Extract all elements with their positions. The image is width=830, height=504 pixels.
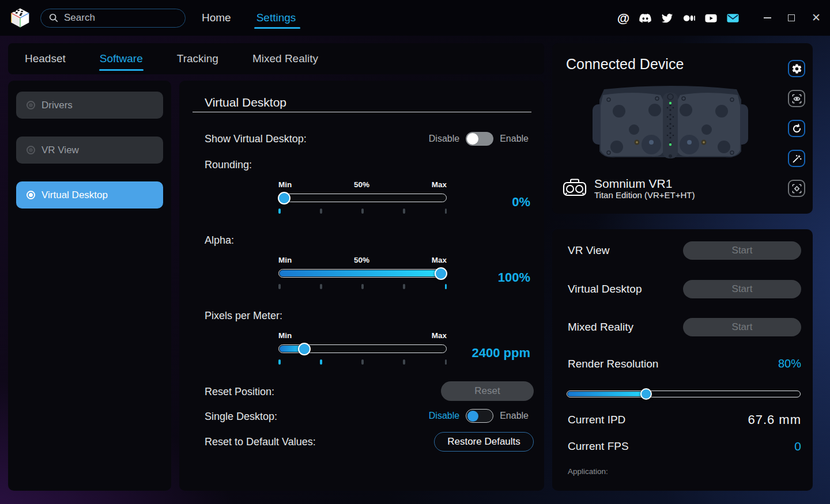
ppm-value: 2400 ppm <box>472 346 531 361</box>
slider-track[interactable] <box>278 194 447 202</box>
mixed-reality-start-button[interactable]: Start <box>683 318 801 336</box>
search-input[interactable]: Search <box>40 9 186 28</box>
tab-headset[interactable]: Headset <box>25 44 66 74</box>
slider-tick <box>278 359 281 365</box>
search-icon <box>48 13 59 23</box>
mid-label: 50% <box>354 256 369 264</box>
minimize-icon[interactable] <box>764 17 771 18</box>
sidebar-item-drivers[interactable]: Drivers <box>16 92 163 119</box>
device-identity: Somnium VR1 Titan Edition (VR+ET+HT) <box>563 177 695 200</box>
device-tool-buttons <box>788 60 805 197</box>
single-desktop-toggle[interactable] <box>466 409 493 423</box>
social-links: @ <box>617 12 740 25</box>
slider-tick <box>320 284 322 289</box>
current-ipd-row: Current IPD 67.6 mm <box>568 412 801 427</box>
slider-knob[interactable] <box>435 267 447 280</box>
slider-tick <box>320 209 322 214</box>
slider-scale-labels: Min 50% Max <box>278 180 447 189</box>
slider-track[interactable] <box>278 269 447 278</box>
settings-tabs: Headset Software Tracking Mixed Reality <box>8 43 544 74</box>
device-name: Somnium VR1 <box>594 177 695 190</box>
show-virtual-desktop-toggle[interactable] <box>466 132 493 146</box>
toggle-knob <box>467 411 478 422</box>
eye-tracking-icon[interactable] <box>788 90 805 107</box>
enable-label: Enable <box>500 134 529 144</box>
email-icon[interactable] <box>726 12 740 25</box>
slider-knob[interactable] <box>298 343 311 355</box>
slider-tick <box>445 284 447 289</box>
sidebar-item-label: VR View <box>42 145 79 156</box>
maximize-icon[interactable] <box>788 14 795 21</box>
current-fps-row: Current FPS 0 <box>568 439 801 453</box>
min-label: Min <box>278 180 292 189</box>
render-resolution-slider <box>567 391 801 397</box>
radio-icon <box>27 146 35 154</box>
mixed-reality-row: Mixed Reality Start <box>568 318 801 336</box>
mid-label: 50% <box>354 180 369 189</box>
slider-tick <box>445 209 447 214</box>
tab-software[interactable]: Software <box>100 44 143 74</box>
vr-view-start-button[interactable]: Start <box>683 241 801 260</box>
tab-tracking[interactable]: Tracking <box>177 44 218 74</box>
application-label: Application: <box>568 467 608 476</box>
current-fps-value: 0 <box>794 439 801 453</box>
show-virtual-desktop-label: Show Virtual Desktop: <box>205 133 307 145</box>
discord-icon[interactable] <box>639 12 652 25</box>
single-desktop-control: Disable Enable <box>429 409 529 423</box>
slider-tick <box>403 284 405 289</box>
medium-icon[interactable] <box>682 12 696 25</box>
show-virtual-desktop-control: Disable Enable <box>429 132 529 146</box>
close-icon[interactable]: ✕ <box>812 14 821 22</box>
calibration-target-icon[interactable] <box>788 180 805 197</box>
current-fps-label: Current FPS <box>568 440 629 453</box>
restart-icon[interactable] <box>788 120 805 137</box>
slider-track[interactable] <box>278 344 447 353</box>
single-desktop-label: Single Desktop: <box>205 411 277 423</box>
sidebar-item-label: Virtual Desktop <box>42 190 108 201</box>
disable-label: Disable <box>429 411 459 421</box>
slider-knob[interactable] <box>640 388 652 400</box>
restore-defaults-button[interactable]: Restore Defaults <box>434 432 534 452</box>
headset-image <box>581 82 760 175</box>
slider-fill <box>280 270 447 276</box>
vr-view-row: VR View Start <box>568 241 801 260</box>
slider-tick <box>361 209 364 214</box>
twitter-icon[interactable] <box>661 12 674 25</box>
toggle-knob <box>467 133 478 145</box>
somnium-at-icon[interactable]: @ <box>617 12 630 25</box>
device-edition: Titan Edition (VR+ET+HT) <box>594 190 695 200</box>
slider-tick <box>320 359 322 365</box>
enable-label: Enable <box>500 411 529 421</box>
youtube-icon[interactable] <box>704 12 718 25</box>
reset-button[interactable]: Reset <box>441 381 534 401</box>
search-placeholder: Search <box>64 12 95 24</box>
virtual-desktop-label: Virtual Desktop <box>568 283 642 295</box>
slider-ticks <box>278 284 447 289</box>
alpha-label: Alpha: <box>205 234 234 247</box>
disable-label: Disable <box>429 134 459 144</box>
max-label: Max <box>432 180 447 189</box>
virtual-desktop-settings-panel: Virtual Desktop Show Virtual Desktop: Di… <box>179 81 544 491</box>
alpha-slider: Min 50% Max <box>278 256 447 289</box>
title-divider <box>193 112 531 112</box>
sidebar-item-vr-view[interactable]: VR View <box>16 137 163 164</box>
slider-track[interactable] <box>567 391 801 397</box>
nav-settings[interactable]: Settings <box>255 1 297 35</box>
ppm-label: Pixels per Meter: <box>205 310 282 322</box>
max-label: Max <box>432 331 447 340</box>
vr-goggles-icon <box>563 179 587 198</box>
radio-icon <box>27 101 35 109</box>
reset-defaults-label: Reset to Default Values: <box>205 436 316 448</box>
sidebar-item-virtual-desktop[interactable]: Virtual Desktop <box>16 181 163 209</box>
virtual-desktop-start-button[interactable]: Start <box>683 280 801 298</box>
vr-view-label: VR View <box>568 244 610 257</box>
min-label: Min <box>278 256 292 264</box>
gear-icon[interactable] <box>788 60 805 77</box>
slider-tick <box>403 209 405 214</box>
tab-mixed-reality[interactable]: Mixed Reality <box>252 44 318 74</box>
slider-ticks <box>278 209 447 214</box>
nav-home[interactable]: Home <box>201 1 232 35</box>
slider-knob[interactable] <box>278 192 290 204</box>
slider-tick <box>361 359 364 365</box>
wand-icon[interactable] <box>788 150 805 167</box>
